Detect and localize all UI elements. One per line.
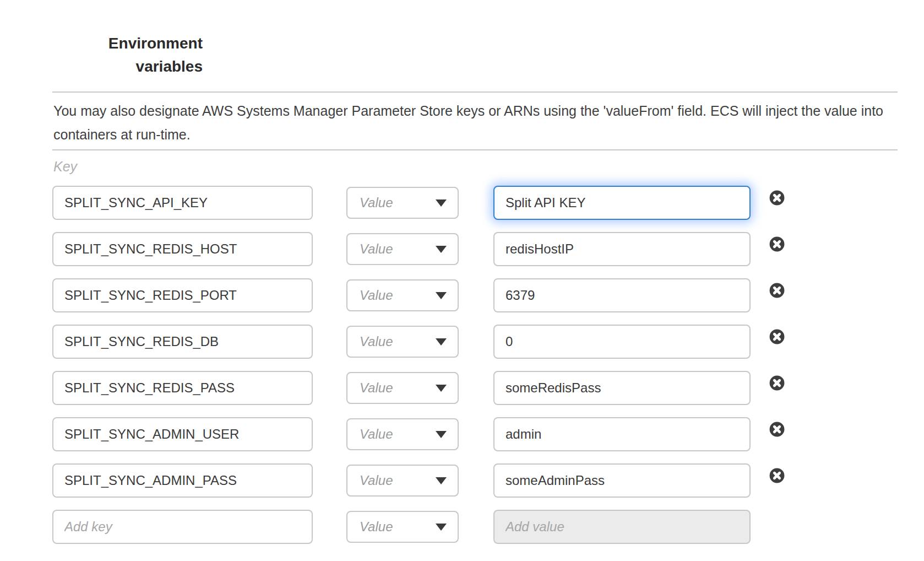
remove-row-button[interactable] (769, 236, 785, 252)
add-value-input[interactable] (493, 510, 751, 544)
value-type-dropdown[interactable]: Value (346, 511, 459, 543)
value-type-label: Value (360, 380, 393, 396)
value-type-dropdown[interactable]: Value (346, 326, 459, 358)
env-value-input[interactable] (493, 371, 751, 405)
x-circle-icon (769, 190, 785, 206)
env-var-row: Value (52, 278, 900, 312)
divider (52, 91, 898, 93)
x-circle-icon (769, 375, 785, 391)
remove-row-button[interactable] (769, 283, 785, 298)
remove-row-button[interactable] (769, 375, 785, 391)
remove-row-button[interactable] (769, 422, 785, 437)
remove-row-button[interactable] (769, 190, 785, 206)
x-circle-icon (769, 468, 785, 483)
value-type-label: Value (360, 334, 393, 349)
triangle-down-icon (436, 477, 447, 484)
key-column-label: Key (53, 159, 77, 175)
env-value-input[interactable] (493, 232, 751, 266)
x-circle-icon (769, 236, 785, 252)
env-var-row: Value (52, 325, 900, 359)
add-key-input[interactable] (52, 510, 313, 544)
triangle-down-icon (436, 292, 447, 299)
environment-variables-panel: Environment variables You may also desig… (0, 0, 924, 561)
triangle-down-icon (436, 199, 447, 207)
env-key-input[interactable] (52, 278, 313, 312)
section-title: Environment variables (52, 32, 203, 78)
value-type-dropdown[interactable]: Value (346, 465, 459, 497)
x-circle-icon (769, 283, 785, 298)
env-var-row: Value (52, 463, 900, 498)
env-key-input[interactable] (52, 325, 313, 359)
value-type-label: Value (360, 288, 393, 303)
x-circle-icon (769, 422, 785, 437)
env-value-input[interactable] (493, 186, 751, 220)
env-var-row: Value (52, 186, 900, 220)
env-key-input[interactable] (52, 417, 313, 451)
value-type-label: Value (360, 241, 393, 257)
value-type-label: Value (360, 427, 393, 442)
value-type-label: Value (360, 195, 393, 211)
env-value-input[interactable] (493, 463, 751, 498)
remove-row-button[interactable] (769, 329, 785, 344)
value-type-label: Value (360, 473, 393, 488)
env-key-input[interactable] (52, 232, 313, 266)
value-type-dropdown[interactable]: Value (346, 372, 459, 404)
env-var-row: Value (52, 232, 900, 266)
triangle-down-icon (436, 431, 447, 438)
value-type-dropdown[interactable]: Value (346, 187, 459, 219)
divider (52, 149, 898, 150)
value-type-dropdown[interactable]: Value (346, 279, 459, 311)
env-var-row: Value (52, 417, 900, 451)
triangle-down-icon (436, 338, 447, 346)
env-value-input[interactable] (493, 325, 751, 359)
x-circle-icon (769, 329, 785, 344)
value-type-label: Value (360, 519, 393, 535)
value-type-dropdown[interactable]: Value (346, 233, 459, 265)
remove-row-button[interactable] (769, 468, 785, 483)
triangle-down-icon (436, 385, 447, 392)
env-var-rows: Value Value (52, 186, 900, 556)
env-var-row: Value (52, 371, 900, 405)
description-text: You may also designate AWS Systems Manag… (53, 99, 901, 147)
triangle-down-icon (436, 246, 447, 253)
value-type-dropdown[interactable]: Value (346, 418, 459, 450)
env-key-input[interactable] (52, 371, 313, 405)
triangle-down-icon (436, 524, 447, 531)
env-key-input[interactable] (52, 463, 313, 498)
add-env-var-row: Value (52, 510, 900, 544)
env-key-input[interactable] (52, 186, 313, 220)
env-value-input[interactable] (493, 417, 751, 451)
env-value-input[interactable] (493, 278, 751, 312)
